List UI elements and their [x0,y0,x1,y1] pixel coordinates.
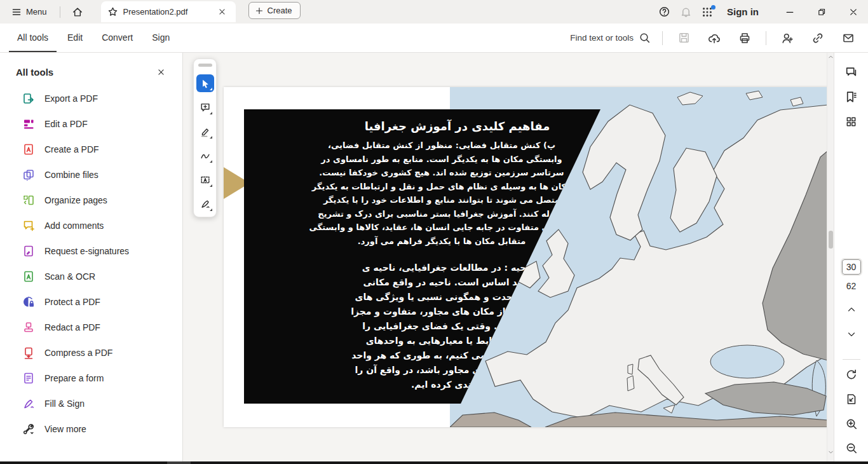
find-text-button[interactable]: Find text or tools [570,32,651,44]
bookmarks-panel-button[interactable] [841,88,862,106]
sidebar-item-view-more[interactable]: View more [0,416,182,442]
scroll-down-arrow[interactable] [827,449,834,455]
sidebar-item-label: Scan & OCR [44,271,95,282]
rotate-page-button[interactable] [841,365,862,383]
chevron-down-icon [846,329,857,339]
hamburger-icon [11,7,22,17]
document-tab[interactable]: Presentation2.pdf [101,1,236,22]
panel-close-icon[interactable] [153,64,168,79]
sidebar-item-compress-pdf[interactable]: Compress a PDF [0,340,182,365]
share-button[interactable] [705,29,724,48]
fit-page-button[interactable] [841,390,862,408]
zoom-in-icon [845,418,858,430]
home-button[interactable] [68,3,87,21]
page-thumbnails-button[interactable] [841,113,862,131]
quick-tools-toolbar [193,58,217,217]
select-text-tool-button[interactable] [196,171,214,189]
sidebar-item-label: Export a PDF [44,93,98,104]
fill-sign-tool-button[interactable] [196,195,214,213]
tab-all-tools[interactable]: All tools [9,24,57,52]
text-select-icon [200,174,211,186]
tab-close-icon[interactable] [215,5,229,19]
print-button[interactable] [735,29,754,48]
sidebar-item-redact-pdf[interactable]: Redact a PDF [0,315,182,340]
sidebar-item-request-esignatures[interactable]: Request e-signatures [0,238,182,264]
document-viewer: مفاهیم کلیدی در آموزش جغرافیا پ) کنش متق… [183,53,834,464]
close-window-button[interactable] [839,0,868,24]
titlebar-left: Menu Presentation2.pdf Create [0,0,301,24]
get-link-button[interactable] [808,29,827,48]
toolbar-drag-handle[interactable] [198,64,212,67]
previous-page-button[interactable] [841,300,862,318]
main-toolbar: All tools Edit Convert Sign Find text or… [0,24,868,53]
sidebar-item-label: Add comments [44,221,104,231]
toolbar-separator [662,31,663,45]
combine-files-icon [22,168,35,181]
sidebar-item-organize-pages[interactable]: Organize pages [0,188,182,213]
star-icon[interactable] [107,6,118,17]
add-comments-icon [22,219,35,232]
next-page-button[interactable] [841,325,862,343]
sidebar-item-combine-files[interactable]: Combine files [0,162,182,188]
sidebar-item-prepare-form[interactable]: Prepare a form [0,365,182,391]
sidebar-item-label: Redact a PDF [44,322,100,332]
scrollbar-thumb[interactable] [829,231,833,249]
taskbar-segment [167,461,191,464]
sidebar-item-protect-pdf[interactable]: Protect a PDF [0,289,182,315]
sidebar-item-add-comments[interactable]: Add comments [0,213,182,238]
create-button[interactable]: Create [248,2,301,19]
help-button[interactable] [654,3,674,21]
sidebar-item-edit-pdf[interactable]: Edit a PDF [0,111,182,137]
add-user-icon [781,32,794,44]
notification-dot [711,5,715,10]
comments-panel-button[interactable] [841,63,862,81]
slide-title: مفاهیم کلیدی در آموزش جغرافیا [327,118,588,135]
envelope-icon [842,32,855,44]
menu-button[interactable]: Menu [6,4,52,20]
notifications-button[interactable] [676,3,695,21]
os-taskbar-edge [0,461,868,464]
title-bar: Menu Presentation2.pdf Create [0,0,868,24]
sidebar-item-label: Compress a PDF [44,348,112,358]
fit-page-icon [845,393,858,406]
home-icon [72,6,83,18]
zoom-out-icon [845,442,858,454]
sidebar-item-scan-ocr[interactable]: Scan & OCR [0,264,182,289]
zoom-out-button[interactable] [841,439,862,458]
plus-icon [255,6,264,15]
tab-edit[interactable]: Edit [59,24,91,52]
scroll-up-arrow[interactable] [827,54,834,60]
toolbar-separator [766,31,766,45]
upload-cloud-icon [708,32,721,44]
restore-button[interactable] [807,0,836,24]
total-pages-label: 62 [846,281,857,291]
add-user-button[interactable] [778,29,797,48]
draw-tool-button[interactable] [196,147,214,165]
sidebar-item-create-pdf[interactable]: Create a PDF [0,137,182,162]
chevron-up-icon [846,304,857,315]
apps-grid-button[interactable] [698,3,717,21]
current-page-input[interactable] [842,259,861,275]
sign-in-button[interactable]: Sign in [727,6,759,17]
vertical-scrollbar[interactable] [827,53,834,464]
toolbar-right: Find text or tools [570,24,868,52]
sidebar-item-label: Protect a PDF [44,297,100,307]
thumbnails-grid-icon [845,116,857,128]
compress-pdf-icon [22,346,35,359]
right-rail: 62 [834,53,868,464]
minimize-icon [785,8,794,17]
minimize-button[interactable] [775,0,804,24]
tab-sign[interactable]: Sign [144,24,178,52]
add-comment-tool-button[interactable] [196,99,214,116]
highlight-tool-button[interactable] [196,123,214,140]
all-tools-panel: All tools Export a PDF Edit a PDF Create… [0,53,183,464]
pdf-page[interactable]: مفاهیم کلیدی در آموزش جغرافیا پ) کنش متق… [224,87,828,427]
sidebar-item-export-pdf[interactable]: Export a PDF [0,86,182,111]
zoom-in-button[interactable] [841,414,862,433]
tab-convert[interactable]: Convert [93,24,141,52]
select-tool-button[interactable] [196,74,214,92]
panel-title: All tools [16,67,53,78]
cursor-arrow-icon [200,78,210,89]
sidebar-item-fill-sign[interactable]: Fill & Sign [0,391,182,416]
email-button[interactable] [839,29,858,48]
